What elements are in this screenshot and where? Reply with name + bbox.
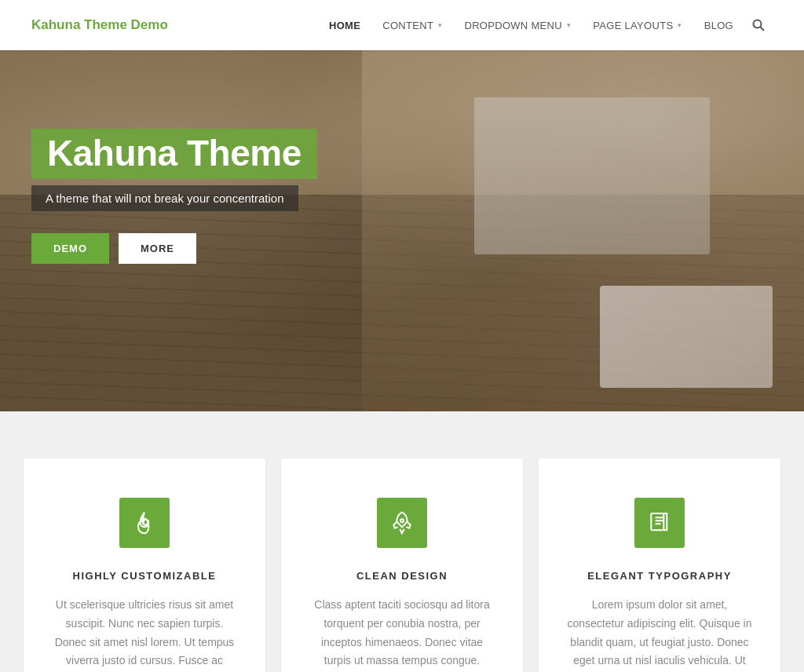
hero-title-background: Kahuna Theme bbox=[31, 129, 317, 179]
svg-point-0 bbox=[754, 20, 762, 28]
hero-content: Kahuna Theme A theme that will not break… bbox=[31, 129, 317, 264]
main-nav: HOME CONTENT ▾ DROPDOWN MENU ▾ PAGE LAYO… bbox=[318, 0, 773, 50]
site-title: Kahuna Theme Demo bbox=[31, 17, 168, 33]
card-icon-flame bbox=[119, 498, 170, 548]
hero-subtitle-background: A theme that will not break your concent… bbox=[31, 185, 298, 211]
svg-rect-3 bbox=[651, 513, 663, 530]
card-icon-rocket bbox=[377, 498, 427, 548]
card-text-typography: Lorem ipsum dolor sit amet, consectetur … bbox=[567, 596, 752, 672]
card-typography: ELEGANT TYPOGRAPHY Lorem ipsum dolor sit… bbox=[539, 458, 780, 672]
card-text-customizable: Ut scelerisque ultricies risus sit amet … bbox=[52, 596, 237, 672]
cards-grid: HIGHLY CUSTOMIZABLE Ut scelerisque ultri… bbox=[24, 458, 780, 672]
features-section: HIGHLY CUSTOMIZABLE Ut scelerisque ultri… bbox=[0, 411, 804, 672]
card-title-clean-design: CLEAN DESIGN bbox=[309, 570, 495, 582]
card-title-typography: ELEGANT TYPOGRAPHY bbox=[567, 570, 752, 582]
chevron-down-icon: ▾ bbox=[438, 21, 442, 29]
nav-item-content[interactable]: CONTENT ▾ bbox=[371, 0, 453, 50]
hero-buttons: DEMO MORE bbox=[31, 233, 317, 264]
card-title-customizable: HIGHLY CUSTOMIZABLE bbox=[52, 570, 237, 582]
nav-item-dropdown-menu[interactable]: DROPDOWN MENU ▾ bbox=[453, 0, 582, 50]
rocket-icon bbox=[389, 510, 415, 535]
more-button[interactable]: MORE bbox=[119, 233, 196, 264]
card-icon-typography bbox=[634, 498, 685, 548]
svg-line-1 bbox=[761, 27, 765, 31]
nav-item-page-layouts[interactable]: PAGE LAYOUTS ▾ bbox=[582, 0, 693, 50]
chevron-down-icon: ▾ bbox=[678, 21, 682, 29]
svg-point-2 bbox=[400, 519, 404, 522]
flame-icon bbox=[132, 510, 157, 535]
hero-section: Kahuna Theme A theme that will not break… bbox=[0, 50, 804, 411]
nav-item-home[interactable]: HOME bbox=[318, 0, 371, 50]
card-text-clean-design: Class aptent taciti sociosqu ad litora t… bbox=[309, 596, 495, 672]
card-customizable: HIGHLY CUSTOMIZABLE Ut scelerisque ultri… bbox=[24, 458, 265, 672]
site-header: Kahuna Theme Demo HOME CONTENT ▾ DROPDOW… bbox=[0, 0, 804, 50]
hero-laptop-shape bbox=[474, 97, 710, 254]
chevron-down-icon: ▾ bbox=[567, 21, 571, 29]
card-clean-design: CLEAN DESIGN Class aptent taciti sociosq… bbox=[281, 458, 523, 672]
hero-subtitle: A theme that will not break your concent… bbox=[46, 192, 284, 205]
demo-button[interactable]: DEMO bbox=[31, 233, 109, 264]
typography-icon bbox=[647, 510, 672, 535]
hero-tablet-shape bbox=[600, 286, 773, 388]
nav-item-blog[interactable]: BLOG bbox=[693, 0, 744, 50]
hero-title: Kahuna Theme bbox=[47, 135, 302, 171]
search-button[interactable] bbox=[744, 0, 773, 50]
